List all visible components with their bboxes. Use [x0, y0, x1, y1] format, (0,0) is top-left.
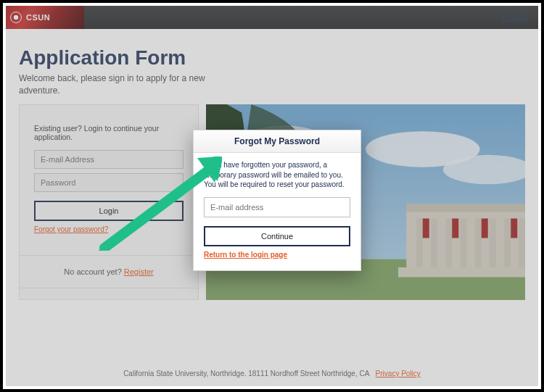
return-login-link[interactable]: Return to the login page — [204, 251, 287, 259]
continue-button[interactable]: Continue — [204, 226, 350, 246]
modal-email-field[interactable] — [204, 197, 350, 217]
modal-message: If you have forgotten your password, a t… — [204, 160, 350, 190]
forgot-password-modal: Forgot My Password If you have forgotten… — [193, 130, 361, 271]
modal-title: Forgot My Password — [194, 130, 360, 153]
modal-body: If you have forgotten your password, a t… — [194, 153, 360, 270]
